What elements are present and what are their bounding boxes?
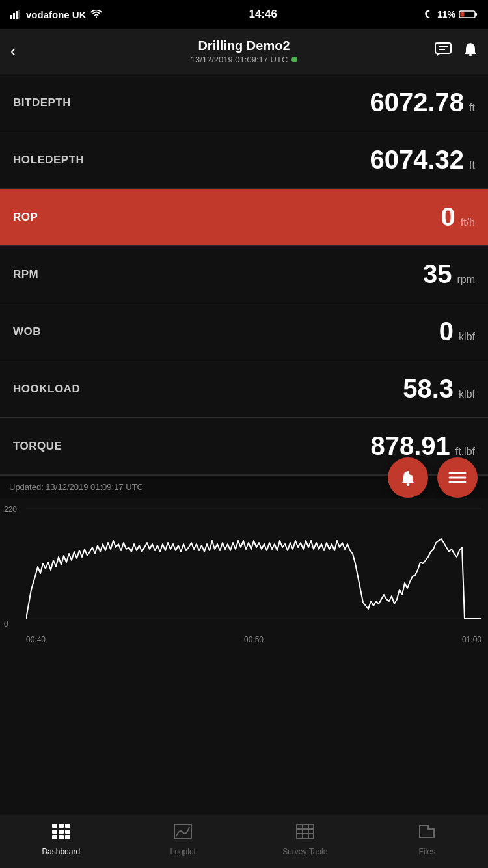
nav-item-surveytable[interactable]: Survey Table xyxy=(244,815,366,868)
wifi-icon xyxy=(90,10,102,19)
metric-unit-bitdepth: ft xyxy=(469,102,475,114)
battery-label: 11% xyxy=(437,9,455,20)
bell-icon[interactable] xyxy=(463,42,478,61)
svg-rect-19 xyxy=(59,824,64,828)
nav-label-files: Files xyxy=(419,847,435,856)
metric-row-holedepth: HOLEDEPTH 6074.32 ft xyxy=(0,131,488,189)
svg-rect-3 xyxy=(18,10,20,19)
online-indicator xyxy=(291,57,297,62)
svg-rect-28 xyxy=(297,824,314,839)
metric-value-bitdepth: 6072.78 xyxy=(370,88,465,117)
moon-icon xyxy=(424,10,433,19)
chart-area: 220 0 00:40 00:50 01:00 xyxy=(0,498,488,648)
metric-label-torque: TORQUE xyxy=(13,440,62,453)
metric-unit-rop: ft/h xyxy=(461,217,475,228)
metric-unit-holedepth: ft xyxy=(469,159,475,171)
nav-item-dashboard[interactable]: Dashboard xyxy=(0,815,122,868)
metric-unit-hookload: klbf xyxy=(459,388,475,400)
back-button[interactable]: ‹ xyxy=(10,41,16,61)
chart-x-label-1: 00:50 xyxy=(244,635,264,644)
svg-point-12 xyxy=(409,470,414,475)
metric-value-rop: 0 xyxy=(441,202,455,232)
update-bar: Updated: 13/12/2019 01:09:17 UTC xyxy=(0,475,488,498)
chart-x-label-2: 01:00 xyxy=(462,635,481,644)
metric-unit-wob: klbf xyxy=(459,331,475,343)
metric-label-holedepth: HOLEDEPTH xyxy=(13,154,84,167)
nav-item-logplot[interactable]: Logplot xyxy=(122,815,245,868)
metric-row-hookload: HOOKLOAD 58.3 klbf xyxy=(0,360,488,418)
chart-x-label-0: 00:40 xyxy=(26,635,46,644)
fab-bell-icon xyxy=(399,468,417,487)
metric-row-rpm: RPM 35 rpm xyxy=(0,246,488,303)
nav-label-surveytable: Survey Table xyxy=(282,847,327,856)
signal-icon xyxy=(10,10,22,19)
svg-rect-23 xyxy=(65,830,70,834)
metric-unit-rpm: rpm xyxy=(457,274,475,286)
metric-row-wob: WOB 0 klbf xyxy=(0,303,488,360)
logplot-icon xyxy=(173,823,193,845)
svg-rect-26 xyxy=(65,835,70,839)
metric-label-hookload: HOOKLOAD xyxy=(13,383,80,396)
metric-value-holedepth: 6074.32 xyxy=(370,145,465,174)
surveytable-icon xyxy=(295,823,315,845)
svg-rect-2 xyxy=(16,11,18,19)
metric-unit-torque: ft.lbf xyxy=(455,446,475,457)
fab-group xyxy=(388,457,478,498)
carrier-label: vodafone UK xyxy=(26,9,87,20)
metric-label-rpm: RPM xyxy=(13,268,38,281)
status-bar: vodafone UK 14:46 11% xyxy=(0,0,488,29)
svg-rect-1 xyxy=(13,13,15,19)
nav-item-files[interactable]: Files xyxy=(366,815,489,868)
chat-icon[interactable] xyxy=(435,42,452,61)
header-icons xyxy=(435,42,478,61)
svg-point-11 xyxy=(407,483,410,486)
header: ‹ Drilling Demo2 13/12/2019 01:09:17 UTC xyxy=(0,29,488,74)
metric-value-hookload: 58.3 xyxy=(403,374,454,403)
status-left: vodafone UK xyxy=(10,9,102,20)
metrics-list: BITDEPTH 6072.78 ft HOLEDEPTH 6074.32 ft… xyxy=(0,74,488,475)
metric-value-wob: 0 xyxy=(439,317,454,346)
svg-rect-24 xyxy=(52,835,57,839)
metric-label-rop: ROP xyxy=(13,211,38,224)
svg-rect-21 xyxy=(52,830,57,834)
svg-rect-0 xyxy=(10,15,12,19)
subtitle-text: 13/12/2019 01:09:17 UTC xyxy=(191,55,288,64)
dashboard-icon xyxy=(51,823,71,845)
metric-label-bitdepth: BITDEPTH xyxy=(13,96,71,109)
chart-y-max: 220 xyxy=(4,505,17,514)
bottom-nav: Dashboard Logplot Survey Table xyxy=(0,815,488,868)
update-text: Updated: 13/12/2019 01:09:17 UTC xyxy=(9,482,143,492)
metric-value-rpm: 35 xyxy=(423,260,452,289)
fab-menu-icon xyxy=(448,470,467,485)
svg-rect-22 xyxy=(59,830,64,834)
header-title-block: Drilling Demo2 13/12/2019 01:09:17 UTC xyxy=(191,38,298,64)
fab-menu-button[interactable] xyxy=(437,457,478,498)
metric-label-wob: WOB xyxy=(13,325,41,338)
nav-label-dashboard: Dashboard xyxy=(42,847,80,856)
nav-label-logplot: Logplot xyxy=(170,847,196,856)
svg-rect-20 xyxy=(65,824,70,828)
files-icon xyxy=(418,823,436,845)
svg-rect-5 xyxy=(475,13,477,16)
chart-x-labels: 00:40 00:50 01:00 xyxy=(26,635,481,644)
status-right: 11% xyxy=(424,9,478,20)
svg-rect-6 xyxy=(461,12,465,17)
battery-icon xyxy=(459,10,478,19)
page-title: Drilling Demo2 xyxy=(191,38,298,53)
chart-y-min: 0 xyxy=(4,619,8,629)
chart-svg xyxy=(26,505,481,625)
metric-row-rop: ROP 0 ft/h xyxy=(0,189,488,246)
metric-value-torque: 878.91 xyxy=(370,431,450,461)
svg-rect-18 xyxy=(52,824,57,828)
metric-row-bitdepth: BITDEPTH 6072.78 ft xyxy=(0,74,488,131)
svg-rect-25 xyxy=(59,835,64,839)
svg-rect-10 xyxy=(469,54,472,56)
fab-bell-button[interactable] xyxy=(388,457,428,498)
status-time: 14:46 xyxy=(249,8,277,21)
header-subtitle: 13/12/2019 01:09:17 UTC xyxy=(191,55,298,64)
svg-rect-7 xyxy=(435,43,451,53)
